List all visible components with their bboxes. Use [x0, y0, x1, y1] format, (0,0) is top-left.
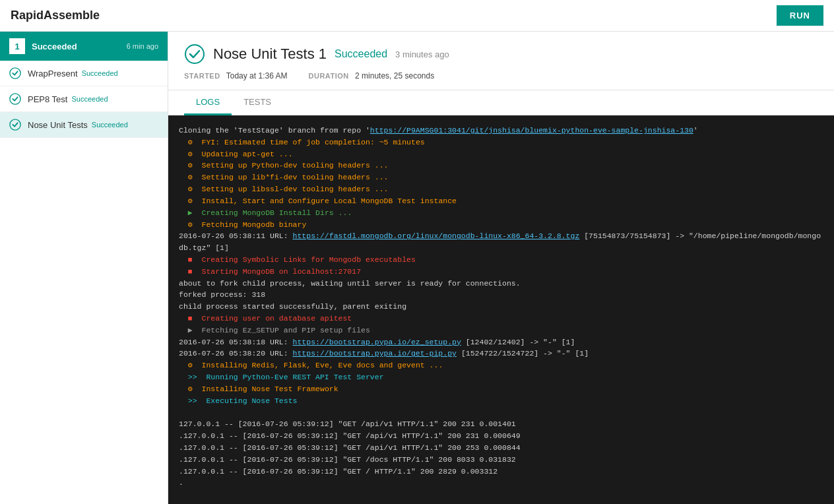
duration-label: DURATION [309, 72, 349, 80]
sidebar-item-pep8-test[interactable]: PEP8 Test Succeeded [0, 86, 168, 112]
sidebar-item-wrap-present[interactable]: WrapPresent Succeeded [0, 61, 168, 86]
svg-point-2 [10, 119, 20, 130]
step-label-wrap-present: WrapPresent [28, 69, 78, 79]
step-status-nose-unit-tests: Succeeded [92, 121, 128, 129]
started-label: STARTED [184, 72, 220, 80]
job-title-row: Nose Unit Tests 1 Succeeded 3 minutes ag… [184, 44, 818, 65]
header: RapidAssemble RUN [0, 0, 834, 32]
run-button[interactable]: RUN [777, 5, 823, 26]
duration-meta: DURATION 2 minutes, 25 seconds [309, 71, 435, 80]
svg-point-1 [10, 94, 20, 104]
job-header: Nose Unit Tests 1 Succeeded 3 minutes ag… [168, 32, 834, 90]
log-output: Cloning the 'TestStage' branch from repo… [168, 115, 834, 504]
step-status-wrap-present: Succeeded [82, 69, 118, 77]
job-title: Nose Unit Tests 1 [213, 46, 327, 63]
repo-link[interactable]: https://P9AMSG01:3041/git/jnshisa/bluemi… [370, 126, 693, 135]
job-number-badge: 1 [9, 38, 25, 54]
tab-logs[interactable]: LOGS [184, 90, 232, 115]
sidebar-job-item[interactable]: 1 Succeeded 6 min ago [0, 32, 168, 61]
main-layout: 1 Succeeded 6 min ago WrapPresent Succee… [0, 32, 834, 504]
step-status-pep8-test: Succeeded [71, 95, 108, 103]
get-pip-link[interactable]: https://bootstrap.pypa.io/get-pip.py [293, 349, 457, 358]
duration-value: 2 minutes, 25 seconds [355, 71, 434, 80]
job-status-badge: Succeeded [335, 48, 387, 60]
svg-point-0 [10, 68, 20, 79]
tab-bar: LOGS TESTS [168, 90, 834, 115]
tab-tests[interactable]: TESTS [232, 90, 283, 115]
sidebar-item-nose-unit-tests[interactable]: Nose Unit Tests Succeeded [0, 112, 168, 138]
started-value: Today at 1:36 AM [226, 71, 288, 80]
step-label-pep8-test: PEP8 Test [28, 94, 67, 104]
sidebar: 1 Succeeded 6 min ago WrapPresent Succee… [0, 32, 168, 504]
job-time-ago: 6 min ago [127, 42, 158, 50]
job-check-circle-icon [184, 44, 205, 65]
job-status-label: Succeeded [32, 42, 127, 51]
check-circle-icon-pep8 [9, 93, 21, 105]
mongodb-dl-link[interactable]: https://fastdl.mongodb.org/linux/mongodb… [293, 232, 580, 240]
check-circle-icon-nose [9, 119, 21, 131]
ez-setup-link[interactable]: https://bootstrap.pypa.io/ez_setup.py [293, 338, 461, 346]
step-label-nose-unit-tests: Nose Unit Tests [28, 120, 88, 130]
job-time-ago-detail: 3 minutes ago [395, 49, 449, 59]
check-circle-icon [9, 67, 21, 79]
started-meta: STARTED Today at 1:36 AM [184, 71, 288, 80]
job-meta: STARTED Today at 1:36 AM DURATION 2 minu… [184, 71, 818, 80]
content-area: Nose Unit Tests 1 Succeeded 3 minutes ag… [168, 32, 834, 504]
app-logo: RapidAssemble [11, 9, 100, 22]
svg-point-3 [185, 45, 204, 63]
